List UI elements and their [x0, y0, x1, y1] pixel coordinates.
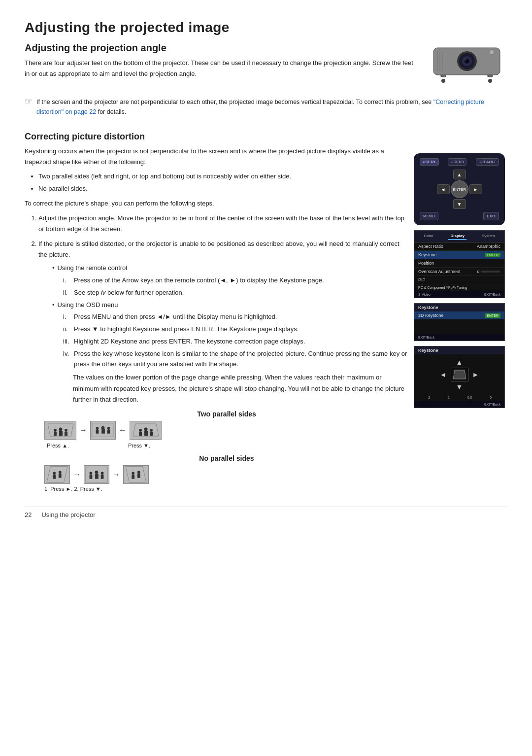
- svg-rect-45: [90, 475, 93, 479]
- remote-step-i: i. Press one of the Arrow keys on the re…: [63, 275, 409, 286]
- remote-tab-user3: USER3: [448, 158, 467, 166]
- osd-tab-color: Color: [422, 233, 435, 240]
- right-column: USER1 USER3 DEFAULT ▲ ◄ ENTER ► ▼ MENU: [414, 153, 507, 408]
- arrow-right-3: →: [112, 470, 120, 479]
- projector-image: [429, 40, 507, 91]
- dpad-right: ►: [469, 184, 482, 194]
- svg-rect-40: [53, 475, 56, 479]
- k-val-4: 0: [490, 396, 492, 399]
- osd-step-iii: iii. Highlight 2D Keystone and press ENT…: [63, 337, 409, 347]
- section2-title: Correcting picture distortion: [25, 132, 409, 142]
- press-up-label: Press ▲.: [47, 443, 69, 448]
- osd-steps: i. Press MENU and then press ◄/► until t…: [63, 312, 409, 369]
- osd-step-ii: ii. Press ▼ to highlight Keystone and pr…: [63, 324, 409, 335]
- remote-tab-default: DEFAULT: [476, 158, 499, 166]
- svg-rect-30: [107, 430, 110, 434]
- remote-steps: i. Press one of the Arrow keys on the re…: [63, 275, 409, 298]
- photo-wide-left: [44, 421, 76, 440]
- k-val-3: 0.0: [467, 396, 472, 399]
- osd-label-item: • Using the OSD menu: [52, 300, 409, 310]
- svg-rect-12: [442, 74, 445, 77]
- svg-point-36: [150, 429, 153, 432]
- svg-rect-37: [150, 432, 153, 436]
- section2-intro: Keystoning occurs when the projector is …: [25, 146, 409, 168]
- svg-rect-42: [59, 474, 62, 478]
- svg-rect-28: [101, 429, 105, 434]
- arrow-left-1: ←: [119, 426, 127, 435]
- photo-skew-left: [44, 465, 70, 484]
- svg-point-44: [90, 472, 93, 475]
- osd-row-aspect: Aspect Ratio Anamorphic: [414, 242, 504, 251]
- osd-row-position: Position: [414, 259, 504, 268]
- svg-point-53: [137, 471, 140, 474]
- no-parallel-section: No parallel sides →: [44, 454, 409, 492]
- dpad-enter: ENTER: [451, 180, 468, 198]
- photo-normal-2: [84, 465, 109, 484]
- arrow-right-1: →: [79, 426, 87, 435]
- svg-point-16: [488, 79, 492, 83]
- arrow-right-2: →: [73, 470, 81, 479]
- svg-rect-49: [101, 475, 104, 479]
- osd-row-pip: PIP: [414, 276, 504, 284]
- svg-point-34: [144, 428, 147, 431]
- step-1: Adjust the projection angle. Move the pr…: [38, 213, 409, 235]
- keystone-correction: Keystone ▲ ◄ ► ▼: [414, 346, 505, 408]
- keystone-correction-title: Keystone: [414, 346, 504, 354]
- osd-label-list: • Using the OSD menu: [52, 300, 409, 310]
- osd-tab-display: Display: [448, 233, 466, 240]
- photo-wide-right: [130, 421, 162, 440]
- note-icon: ☞: [25, 96, 33, 107]
- svg-rect-33: [139, 432, 142, 436]
- osd-footer-right: EXIT/Back: [484, 293, 500, 296]
- k-val-1: -2: [427, 396, 430, 399]
- svg-rect-47: [95, 474, 99, 479]
- press-down-label: Press ▼.: [128, 443, 150, 448]
- svg-rect-14: [489, 74, 492, 77]
- osd-step-iv: iv. Press the key whose keystone icon is…: [63, 349, 409, 370]
- bullet-item-2: No parallel sides.: [38, 184, 409, 194]
- svg-point-25: [96, 427, 99, 430]
- bottom-bar: 22 Using the projector: [25, 507, 507, 518]
- photo-skew-right: [123, 465, 149, 484]
- remote-step-ii: ii. See step iv below for further operat…: [63, 288, 409, 298]
- osd-display-menu: Color Display System Aspect Ratio Anamor…: [414, 230, 505, 298]
- keystone-row-2d: 2D Keystone ENTER: [414, 311, 504, 319]
- section1-body: There are four adjuster feet on the bott…: [25, 58, 419, 79]
- footer-title: Using the projector: [41, 511, 95, 518]
- k-left-arrow: ◄: [440, 371, 447, 378]
- bullet-item-1: Two parallel sides (left and right, or t…: [38, 172, 409, 182]
- k-up-arrow: ▲: [456, 358, 463, 366]
- svg-point-22: [65, 429, 67, 432]
- steps-intro: To correct the picture's shape, you can …: [25, 198, 409, 209]
- remote-control: USER1 USER3 DEFAULT ▲ ◄ ENTER ► ▼ MENU: [414, 153, 505, 225]
- keystone-menu: Keystone 2D Keystone ENTER EXIT/Back: [414, 303, 505, 341]
- svg-rect-52: [132, 475, 134, 479]
- svg-point-46: [95, 471, 99, 474]
- svg-rect-26: [96, 430, 99, 434]
- keystone-menu-title: Keystone: [414, 304, 504, 311]
- keystone-footer-right: EXIT/Back: [418, 336, 434, 339]
- k-correction-footer: EXIT/Back: [484, 403, 500, 406]
- osd-step-i: i. Press MENU and then press ◄/► until t…: [63, 312, 409, 322]
- svg-marker-50: [126, 466, 146, 482]
- iv-continuation: The values on the lower portion of the p…: [73, 372, 409, 405]
- svg-point-27: [101, 426, 105, 430]
- svg-point-18: [54, 429, 57, 432]
- two-parallel-title: Two parallel sides: [44, 410, 409, 418]
- k-val-2: 1: [448, 396, 450, 399]
- section1-title: Adjusting the projection angle: [25, 42, 419, 54]
- dpad-left: ◄: [437, 184, 450, 194]
- remote-tab-user1: USER1: [420, 158, 439, 166]
- k-down-arrow: ▼: [456, 383, 463, 391]
- page-title: Adjusting the projected image: [25, 20, 507, 35]
- svg-rect-54: [137, 474, 140, 478]
- note-block: ☞ If the screen and the projector are no…: [25, 97, 507, 117]
- osd-row-overscan: Overscan Adjustment 0: [414, 268, 504, 276]
- svg-point-41: [59, 471, 62, 474]
- no-parallel-press: 1. Press ►. 2. Press ▼.: [44, 486, 409, 492]
- svg-rect-35: [144, 431, 148, 436]
- svg-point-7: [489, 50, 494, 55]
- remote-substeps: • Using the remote control: [52, 263, 409, 274]
- svg-rect-19: [54, 432, 57, 436]
- step-2: If the picture is stilled distorted, or …: [38, 239, 409, 405]
